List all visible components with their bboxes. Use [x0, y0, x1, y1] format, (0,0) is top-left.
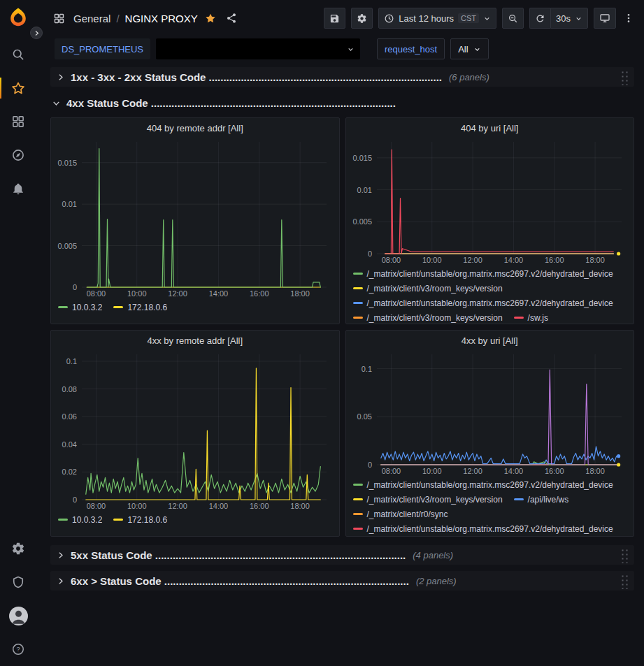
star-icon: [11, 81, 25, 95]
row-5xx[interactable]: 5xx Status Code ........................…: [50, 545, 634, 565]
legend-item[interactable]: /_matrix/client/v3/room_keys/version: [353, 311, 503, 324]
legend-label: /sw.js: [528, 313, 548, 323]
shield-icon: [11, 575, 25, 589]
svg-text:12:00: 12:00: [168, 289, 187, 298]
legend-label: /_matrix/client/unstable/org.matrix.msc2…: [367, 298, 613, 308]
sidebar-item-search[interactable]: [0, 38, 36, 71]
timeseries-chart[interactable]: 08:0010:0012:0014:0016:0018:0000.020.040…: [55, 350, 335, 511]
share-button[interactable]: [226, 13, 237, 24]
legend-label: 172.18.0.6: [127, 303, 167, 312]
datasource-variable-label[interactable]: DS_PROMETHEUS: [55, 38, 150, 59]
legend-label: 10.0.3.2: [72, 515, 102, 525]
row-drag-handle[interactable]: [620, 547, 629, 563]
panel-title[interactable]: 4xx by uri [All]: [346, 331, 634, 350]
dashboard-settings-button[interactable]: [351, 8, 373, 29]
legend-item[interactable]: 172.18.0.6: [113, 513, 167, 526]
sidebar-item-server-admin[interactable]: [0, 565, 36, 599]
legend-item[interactable]: 10.0.3.2: [58, 301, 102, 314]
request-host-label[interactable]: request_host: [377, 38, 445, 59]
svg-text:16:00: 16:00: [544, 467, 564, 475]
panel-title[interactable]: 404 by uri [All]: [346, 118, 634, 138]
legend-swatch: [353, 513, 363, 515]
search-icon: [11, 48, 25, 61]
svg-text:0.1: 0.1: [361, 365, 371, 373]
favorite-star-icon[interactable]: [205, 13, 216, 24]
sidebar-item-dashboards[interactable]: [0, 105, 36, 138]
svg-text:14:00: 14:00: [209, 289, 229, 298]
chevron-right-icon: [56, 577, 65, 586]
svg-text:08:00: 08:00: [87, 289, 106, 298]
legend-item[interactable]: /_matrix/client/unstable/org.matrix.msc2…: [353, 522, 613, 535]
timeseries-chart[interactable]: 08:0010:0012:0014:0016:0018:0000.0050.01…: [55, 138, 335, 298]
panel-404-by-uri: 404 by uri [All] 08:0010:0012:0014:0016:…: [345, 117, 635, 324]
timeseries-chart[interactable]: 08:0010:0012:0014:0016:0018:0000.050.1: [350, 350, 630, 476]
legend-item[interactable]: /_matrix/client/unstable/org.matrix.msc2…: [353, 296, 613, 310]
top-navbar: General / NGINX PROXY Last 12 hours: [36, 0, 644, 36]
sidebar-item-explore[interactable]: [0, 138, 36, 172]
svg-text:0.005: 0.005: [352, 217, 372, 226]
request-host-value: All: [458, 44, 468, 55]
datasource-value-select[interactable]: [156, 38, 360, 59]
legend-item[interactable]: 172.18.0.6: [113, 301, 167, 314]
timeseries-chart[interactable]: 08:0010:0012:0014:0016:0018:0000.0050.01…: [350, 138, 630, 265]
svg-text:0.1: 0.1: [66, 357, 77, 365]
legend-label: /_matrix/client/unstable/org.matrix.msc2…: [367, 269, 613, 279]
legend-item[interactable]: /_matrix/client/unstable/org.matrix.msc2…: [353, 478, 613, 491]
svg-text:16:00: 16:00: [250, 502, 269, 510]
legend-label: /_matrix/client/r0/sync: [367, 509, 448, 519]
refresh-button[interactable]: [529, 8, 550, 29]
legend-item[interactable]: /_matrix/client/unstable/org.matrix.msc2…: [353, 267, 613, 280]
bell-icon: [11, 182, 25, 196]
svg-text:10:00: 10:00: [422, 467, 441, 475]
legend-item[interactable]: /sw.js: [514, 311, 548, 324]
sidebar-expand-button[interactable]: [30, 27, 43, 39]
breadcrumb-section[interactable]: General: [73, 13, 110, 24]
svg-text:0.01: 0.01: [357, 186, 371, 194]
time-range-picker[interactable]: Last 12 hours CST: [378, 8, 496, 29]
panel-title[interactable]: 404 by remote addr [All]: [51, 118, 339, 138]
save-dashboard-button[interactable]: [324, 8, 345, 29]
svg-text:08:00: 08:00: [87, 502, 106, 510]
sidebar-item-profile[interactable]: [0, 599, 36, 632]
row-6xx[interactable]: 6xx > Status Code ......................…: [50, 571, 634, 591]
svg-text:14:00: 14:00: [503, 467, 523, 475]
svg-text:16:00: 16:00: [544, 256, 564, 264]
row-drag-handle[interactable]: [620, 573, 629, 589]
legend-item[interactable]: /api/live/ws: [514, 493, 569, 506]
row-4xx[interactable]: 4xx Status Code ........................…: [50, 94, 634, 112]
dashboards-grid-icon: [11, 115, 25, 129]
legend-item[interactable]: /_matrix/client/v3/room_keys/version: [353, 282, 503, 295]
row-1xx-3xx-2xx[interactable]: 1xx - 3xx - 2xx Status Code ............…: [50, 67, 634, 87]
chevron-down-icon: [483, 15, 491, 22]
svg-text:0: 0: [73, 495, 77, 504]
chevron-right-icon: [56, 73, 65, 82]
request-host-value-select[interactable]: All: [450, 38, 488, 59]
legend-item[interactable]: /_matrix/client/r0/sync: [353, 507, 448, 521]
legend-swatch: [58, 306, 68, 308]
legend-item[interactable]: 10.0.3.2: [58, 513, 102, 526]
legend-swatch: [353, 317, 363, 319]
svg-text:0: 0: [367, 461, 371, 469]
legend-item[interactable]: /_matrix/client/v3/room_keys/version: [353, 493, 503, 506]
sidebar-item-alerting[interactable]: [0, 172, 36, 205]
sidebar-item-help[interactable]: ?: [0, 632, 36, 666]
legend-swatch: [353, 287, 363, 289]
svg-text:10:00: 10:00: [127, 502, 147, 510]
collapsed-rows: 5xx Status Code ........................…: [50, 545, 634, 591]
chart-legend: /_matrix/client/unstable/org.matrix.msc2…: [346, 476, 634, 536]
row-drag-handle[interactable]: [620, 69, 629, 85]
more-options-button[interactable]: [622, 10, 636, 27]
sidebar-item-settings[interactable]: [0, 532, 36, 565]
refresh-interval-dropdown[interactable]: 30s: [550, 8, 588, 29]
legend-label: /_matrix/client/v3/room_keys/version: [367, 284, 503, 294]
panel-title[interactable]: 4xx by remote addr [All]: [51, 331, 339, 350]
row-panel-count: (6 panels): [449, 72, 489, 82]
sidebar-item-starred[interactable]: [0, 71, 36, 105]
chevron-down-icon: [52, 99, 61, 108]
legend-label: /_matrix/client/unstable/org.matrix.msc2…: [367, 480, 613, 490]
grafana-logo-icon[interactable]: [8, 7, 29, 28]
breadcrumb-dashboard-title[interactable]: NGINX PROXY: [125, 13, 198, 24]
legend-label: /_matrix/client/unstable/org.matrix.msc2…: [367, 524, 613, 534]
zoom-out-button[interactable]: [502, 8, 524, 29]
tv-mode-button[interactable]: [594, 8, 616, 29]
